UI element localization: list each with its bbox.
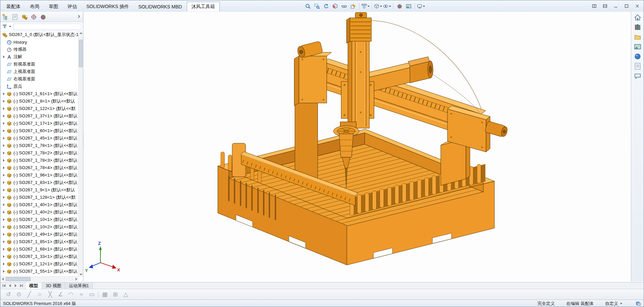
scroll-down-icon[interactable]: [79, 272, 83, 277]
expand-arrow-icon[interactable]: [3, 218, 5, 221]
expand-arrow-icon[interactable]: [3, 100, 5, 103]
tree-component-row[interactable]: (-) SO267_1_61<1> (默认<<默认: [0, 90, 79, 98]
tree-component-row[interactable]: (-) SO267_1_128<1> (默认<<默: [0, 194, 79, 201]
tree-component-row[interactable]: (-) SO267_1_9<1> (默认<<默认: [0, 186, 79, 194]
expand-arrow-icon[interactable]: [3, 122, 5, 125]
scroll-right-icon[interactable]: [74, 277, 79, 281]
minimize-icon[interactable]: [611, 2, 620, 10]
zoom-to-fit-icon[interactable]: [304, 2, 312, 10]
expand-arrow-icon[interactable]: [3, 240, 5, 243]
tree-item-top-plane[interactable]: 上视基准面: [0, 68, 79, 75]
tree-root-assembly[interactable]: SO267_1_0 (默认<默认_显示状态-1>: [0, 31, 79, 38]
pane-split-icon[interactable]: [600, 2, 610, 10]
expand-arrow-icon[interactable]: [3, 211, 5, 214]
chevron-down-icon[interactable]: [9, 26, 11, 27]
zoom-to-area-icon[interactable]: [313, 2, 321, 10]
custom-properties-icon[interactable]: [634, 63, 641, 70]
expand-arrow-icon[interactable]: [3, 137, 5, 140]
expand-arrow-icon[interactable]: [3, 174, 5, 177]
displaymanager-tab-icon[interactable]: [40, 14, 46, 20]
forum-icon[interactable]: [634, 72, 641, 80]
tree-item-annotations[interactable]: 注解: [0, 53, 79, 61]
tree-component-row[interactable]: (-) SO267_1_45<1> (默认<<默认: [0, 135, 79, 142]
expand-arrow-icon[interactable]: [3, 181, 5, 184]
expand-arrow-icon[interactable]: [3, 152, 5, 154]
tree-component-row[interactable]: (-) SO267_1_78<2> (默认<<默认: [0, 149, 79, 157]
tree-component-row[interactable]: (-) SO267_1_78<1> (默认<<默认: [0, 142, 79, 149]
last-tab-icon[interactable]: [19, 283, 24, 288]
previous-tab-icon[interactable]: [7, 283, 12, 288]
solidworks-resources-icon[interactable]: [634, 14, 641, 21]
separator[interactable]: [98, 291, 98, 298]
view-palette-icon[interactable]: [634, 43, 641, 50]
tree-component-row[interactable]: (-) SO267_1_122<1> (默认<<默: [0, 105, 79, 112]
expand-arrow-icon[interactable]: [3, 166, 5, 169]
graphics-viewport[interactable]: Z X Y: [84, 12, 631, 281]
expand-arrow-icon[interactable]: [3, 107, 5, 110]
tree-component-row[interactable]: (-) SO267_1_78<3> (默认<<默认: [0, 157, 79, 164]
design-library-icon[interactable]: [634, 24, 641, 31]
tree-component-row[interactable]: (-) SO267_1_37<1> (默认<<默认: [0, 112, 79, 120]
expand-arrow-icon[interactable]: [3, 233, 5, 236]
expand-arrow-icon[interactable]: [3, 159, 5, 162]
tree-component-row[interactable]: (-) SO267_1_10<2> (默认<<默认: [0, 223, 79, 231]
grid-icon[interactable]: ⊞: [111, 291, 119, 299]
maximize-icon[interactable]: [621, 2, 631, 10]
configurationmanager-tab-icon[interactable]: [21, 14, 28, 20]
hide-show-items-icon[interactable]: [383, 2, 391, 10]
section-view-icon[interactable]: [331, 2, 339, 10]
expand-arrow-icon[interactable]: [3, 92, 5, 95]
tree-component-row[interactable]: (-) SO267_1_12<1> (默认<<默认: [0, 260, 79, 268]
scrollbar-thumb[interactable]: [6, 277, 31, 281]
file-explorer-icon[interactable]: [634, 33, 641, 41]
tree-item-origin[interactable]: 原点: [0, 83, 79, 90]
undo-icon[interactable]: ↺: [4, 291, 12, 299]
panel-expand-icon[interactable]: [77, 14, 81, 20]
command-tab[interactable]: SOLIDWORKS 插件: [82, 2, 134, 11]
command-tab[interactable]: 评估: [63, 2, 82, 11]
close-icon[interactable]: [632, 2, 642, 10]
linear-pattern-icon[interactable]: ▦: [101, 291, 109, 299]
view-settings-icon[interactable]: [417, 2, 425, 10]
scrollbar-thumb[interactable]: [79, 40, 83, 67]
edit-appearance-box-icon[interactable]: [349, 2, 357, 10]
arc-icon[interactable]: ◠: [67, 291, 75, 299]
filter-input[interactable]: [13, 24, 81, 30]
expand-arrow-icon[interactable]: [3, 255, 5, 258]
scroll-up-icon[interactable]: [79, 31, 83, 35]
tree-component-row[interactable]: (-) SO267_1_55<1> (默认<<默认: [0, 268, 79, 275]
tree-component-row[interactable]: (-) SO267_1_96<1> (默认<<默认: [0, 171, 79, 179]
trim-icon[interactable]: ╳: [46, 291, 54, 299]
tree-component-row[interactable]: (-) SO267_1_68<1> (默认<<默认: [0, 245, 79, 253]
tree-item-sensors[interactable]: 传感器: [0, 46, 79, 53]
tree-horizontal-scrollbar[interactable]: [0, 276, 79, 281]
tree-vertical-scrollbar[interactable]: [78, 31, 83, 277]
tree-component-row[interactable]: (-) SO267_1_85<1> (默认<<默认: [0, 238, 79, 245]
tree-item-front-plane[interactable]: 前视基准面: [0, 61, 79, 68]
tree-component-row[interactable]: (-) SO267_1_8<1> (默认<<默认: [0, 98, 79, 105]
pane-layout-icon[interactable]: [589, 2, 599, 10]
polygon-icon[interactable]: △: [122, 291, 130, 299]
tree-item-history[interactable]: History: [0, 38, 79, 46]
expand-arrow-icon[interactable]: [3, 203, 5, 206]
appearances-icon[interactable]: [634, 53, 641, 60]
tree-component-row[interactable]: (-) SO267_1_40<1> (默认<<默认: [0, 201, 79, 208]
previous-view-icon[interactable]: [322, 2, 330, 10]
expand-arrow-icon[interactable]: [3, 129, 5, 132]
line-icon[interactable]: ╱: [25, 291, 33, 299]
expand-arrow-icon[interactable]: [3, 248, 5, 251]
tree-component-row[interactable]: (-) SO267_1_83<1> (默认<<默认: [0, 179, 79, 186]
spline-icon[interactable]: ≈: [77, 291, 85, 299]
tree-component-row[interactable]: (-) SO267_1_49<1> (默认<<默认: [0, 231, 79, 238]
scroll-left-icon[interactable]: [0, 277, 5, 281]
rectangle-icon[interactable]: ▭: [88, 291, 96, 299]
circle-icon[interactable]: ○: [36, 291, 44, 299]
expand-arrow-icon[interactable]: [3, 226, 5, 228]
expand-arrow-icon[interactable]: [3, 55, 5, 58]
expand-arrow-icon[interactable]: [3, 189, 5, 191]
status-tray-icon[interactable]: [622, 301, 641, 307]
propertymanager-tab-icon[interactable]: [12, 14, 18, 20]
status-custom-dropdown[interactable]: 自定义: [605, 301, 622, 307]
display-style-icon[interactable]: [374, 2, 382, 10]
expand-arrow-icon[interactable]: [3, 115, 5, 117]
